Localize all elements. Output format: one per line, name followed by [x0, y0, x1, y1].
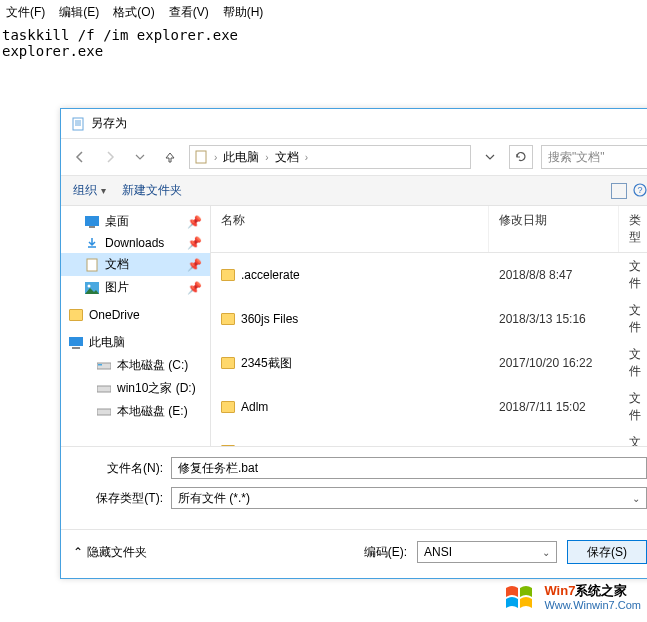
svg-rect-4 [196, 151, 206, 163]
folder-icon [221, 445, 235, 446]
menu-edit[interactable]: 编辑(E) [59, 4, 99, 21]
chevron-down-icon: ⌄ [632, 493, 640, 504]
sidebar-item-thispc[interactable]: 此电脑 [61, 331, 210, 354]
watermark: Win7系统之家 Www.Winwin7.Com [502, 580, 641, 616]
windows-logo-icon [502, 580, 538, 616]
toolbar: 组织▾ 新建文件夹 ? [61, 176, 647, 206]
chevron-down-icon: ▾ [101, 185, 106, 196]
documents-icon [85, 258, 99, 272]
pin-icon: 📌 [187, 215, 202, 229]
organize-button[interactable]: 组织▾ [73, 182, 106, 199]
notepad-menu: 文件(F) 编辑(E) 格式(O) 查看(V) 帮助(H) [0, 0, 647, 25]
folder-icon [221, 357, 235, 369]
filetype-label: 保存类型(T): [73, 490, 163, 507]
back-button[interactable] [69, 146, 91, 168]
recent-dropdown[interactable] [129, 146, 151, 168]
menu-view[interactable]: 查看(V) [169, 4, 209, 21]
filetype-combo[interactable]: 所有文件 (*.*)⌄ [171, 487, 647, 509]
column-headers[interactable]: 名称 修改日期 类型 [211, 206, 647, 253]
svg-rect-0 [73, 118, 83, 130]
table-row[interactable]: Adlm2018/7/11 15:02文件 [211, 385, 647, 429]
breadcrumb-documents[interactable]: 文档 [275, 149, 299, 166]
file-list: 名称 修改日期 类型 .accelerate2018/8/8 8:47文件360… [211, 206, 647, 446]
save-button[interactable]: 保存(S) [567, 540, 647, 564]
view-mode-button[interactable] [611, 183, 627, 199]
svg-rect-17 [97, 386, 111, 392]
titlebar: 另存为 [61, 109, 647, 139]
sidebar-item-drive-d[interactable]: win10之家 (D:) [61, 377, 210, 400]
desktop-icon [85, 215, 99, 229]
sidebar-item-drive-x[interactable]: 本地磁盘 (E:) [61, 400, 210, 423]
menu-file[interactable]: 文件(F) [6, 4, 45, 21]
pin-icon: 📌 [187, 258, 202, 272]
encoding-label: 编码(E): [364, 544, 407, 561]
form-area: 文件名(N): 修复任务栏.bat 保存类型(T): 所有文件 (*.*)⌄ [61, 446, 647, 529]
svg-rect-15 [97, 363, 111, 369]
search-input[interactable]: 搜索"文档" [541, 145, 647, 169]
filename-input[interactable]: 修复任务栏.bat [171, 457, 647, 479]
hide-folders-toggle[interactable]: ⌃隐藏文件夹 [73, 544, 147, 561]
bottom-bar: ⌃隐藏文件夹 编码(E): ANSI⌄ 保存(S) [61, 529, 647, 578]
sidebar-item-documents[interactable]: 文档📌 [61, 253, 210, 276]
table-row[interactable]: 360js Files2018/3/13 15:16文件 [211, 297, 647, 341]
onedrive-icon [69, 308, 83, 322]
breadcrumb[interactable]: › 此电脑 › 文档 › [189, 145, 471, 169]
sidebar-item-desktop[interactable]: 桌面📌 [61, 210, 210, 233]
chevron-right-icon: › [265, 152, 268, 163]
dialog-title: 另存为 [91, 115, 127, 132]
breadcrumb-thispc[interactable]: 此电脑 [223, 149, 259, 166]
table-row[interactable]: 2345截图2017/10/20 16:22文件 [211, 341, 647, 385]
pin-icon: 📌 [187, 281, 202, 295]
sidebar-item-downloads[interactable]: Downloads📌 [61, 233, 210, 253]
svg-rect-13 [69, 337, 83, 346]
navbar: › 此电脑 › 文档 › 搜索"文档" [61, 139, 647, 176]
refresh-button[interactable] [509, 145, 533, 169]
filename-label: 文件名(N): [73, 460, 163, 477]
save-as-dialog: 另存为 › 此电脑 › 文档 › 搜索"文档" 组织▾ 新建文件夹 ? 桌面📌 … [60, 108, 647, 579]
col-type[interactable]: 类型 [619, 206, 647, 252]
folder-icon [221, 401, 235, 413]
thispc-icon [69, 336, 83, 350]
chevron-right-icon: › [305, 152, 308, 163]
svg-rect-14 [72, 347, 80, 349]
col-date[interactable]: 修改日期 [489, 206, 619, 252]
sidebar-item-drive-c[interactable]: 本地磁盘 (C:) [61, 354, 210, 377]
folder-icon [221, 269, 235, 281]
menu-help[interactable]: 帮助(H) [223, 4, 264, 21]
sidebar: 桌面📌 Downloads📌 文档📌 图片📌 OneDrive 此电脑 本地磁盘… [61, 206, 211, 446]
sidebar-item-onedrive[interactable]: OneDrive [61, 305, 210, 325]
notepad-content[interactable]: taskkill /f /im explorer.exe explorer.ex… [0, 25, 647, 61]
svg-rect-18 [97, 409, 111, 415]
svg-rect-16 [98, 364, 102, 366]
downloads-icon [85, 236, 99, 250]
table-row[interactable]: CADReader2018/7/11 17:12文件 [211, 429, 647, 446]
svg-point-12 [88, 284, 91, 287]
forward-button[interactable] [99, 146, 121, 168]
svg-rect-7 [85, 216, 99, 226]
svg-text:?: ? [637, 185, 642, 195]
chevron-right-icon: › [214, 152, 217, 163]
svg-rect-8 [89, 226, 95, 228]
col-name[interactable]: 名称 [211, 206, 489, 252]
breadcrumb-doc-icon [194, 150, 208, 164]
help-icon[interactable]: ? [633, 183, 647, 197]
sidebar-item-pictures[interactable]: 图片📌 [61, 276, 210, 299]
dialog-icon [71, 117, 85, 131]
drive-icon [97, 359, 111, 373]
breadcrumb-dropdown[interactable] [479, 146, 501, 168]
pictures-icon [85, 281, 99, 295]
folder-icon [221, 313, 235, 325]
menu-format[interactable]: 格式(O) [113, 4, 154, 21]
drive-icon [97, 405, 111, 419]
pin-icon: 📌 [187, 236, 202, 250]
drive-icon [97, 382, 111, 396]
up-button[interactable] [159, 146, 181, 168]
chevron-up-icon: ⌃ [73, 545, 83, 559]
encoding-combo[interactable]: ANSI⌄ [417, 541, 557, 563]
table-row[interactable]: .accelerate2018/8/8 8:47文件 [211, 253, 647, 297]
chevron-down-icon: ⌄ [542, 547, 550, 558]
svg-rect-10 [87, 259, 97, 271]
newfolder-button[interactable]: 新建文件夹 [122, 182, 182, 199]
